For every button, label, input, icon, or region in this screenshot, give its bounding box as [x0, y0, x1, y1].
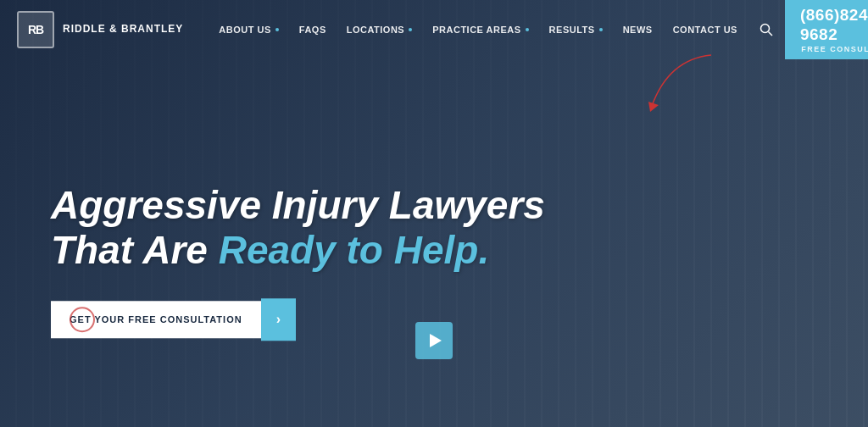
logo-area[interactable]: RB RIDDLE & BRANTLEY [0, 11, 183, 48]
search-icon [760, 23, 773, 36]
svg-point-0 [760, 25, 769, 33]
nav-results[interactable]: RESULTS [539, 0, 613, 59]
svg-line-1 [768, 32, 772, 36]
hero-title-line2-blue: Ready to Help. [219, 228, 490, 272]
hero-title-line1: Aggressive Injury Lawyers [51, 183, 545, 227]
nav-dot [409, 28, 412, 31]
video-play-area [415, 322, 453, 359]
nav-dot [275, 28, 279, 31]
play-button[interactable] [415, 322, 453, 359]
nav-contact[interactable]: CONTACT US [663, 0, 748, 59]
nav-news[interactable]: NEWS [613, 0, 663, 59]
nav-locations[interactable]: LOCATIONS [337, 0, 422, 59]
logo-icon: RB [17, 11, 54, 48]
cta-button-wrap: GET YOUR FREE CONSULTATION › [51, 298, 545, 341]
nav-links: ABOUT US FAQS LOCATIONS PRACTICE AREAS R… [209, 0, 748, 59]
free-consultation-label: FREE CONSULTATION [801, 45, 868, 53]
nav-dot [526, 28, 529, 31]
nav-faqs[interactable]: FAQS [289, 0, 337, 59]
nav-dot [599, 28, 603, 31]
cta-main-button[interactable]: GET YOUR FREE CONSULTATION [51, 301, 261, 338]
hero-section: RB RIDDLE & BRANTLEY ABOUT US FAQS LOCAT… [0, 0, 868, 427]
hero-content: Aggressive Injury Lawyers That Are Ready… [0, 183, 596, 341]
logo-initials: RB [28, 23, 43, 36]
hero-title-line2-plain: That Are [51, 228, 219, 272]
brand-name: RIDDLE & BRANTLEY [63, 23, 183, 36]
nav-about[interactable]: ABOUT US [209, 0, 288, 59]
nav-right: ESPANOL (866)824-9682 FREE CONSULTATION [748, 0, 868, 59]
navbar: RB RIDDLE & BRANTLEY ABOUT US FAQS LOCAT… [0, 0, 868, 59]
arrow-icon: › [276, 312, 281, 327]
phone-number: (866)824-9682 [800, 6, 868, 45]
phone-cta[interactable]: ESPANOL (866)824-9682 FREE CONSULTATION [785, 0, 868, 59]
hero-title: Aggressive Injury Lawyers That Are Ready… [51, 183, 545, 273]
search-button[interactable] [748, 0, 785, 59]
cta-arrow-button[interactable]: › [261, 298, 296, 341]
nav-practice-areas[interactable]: PRACTICE AREAS [422, 0, 538, 59]
